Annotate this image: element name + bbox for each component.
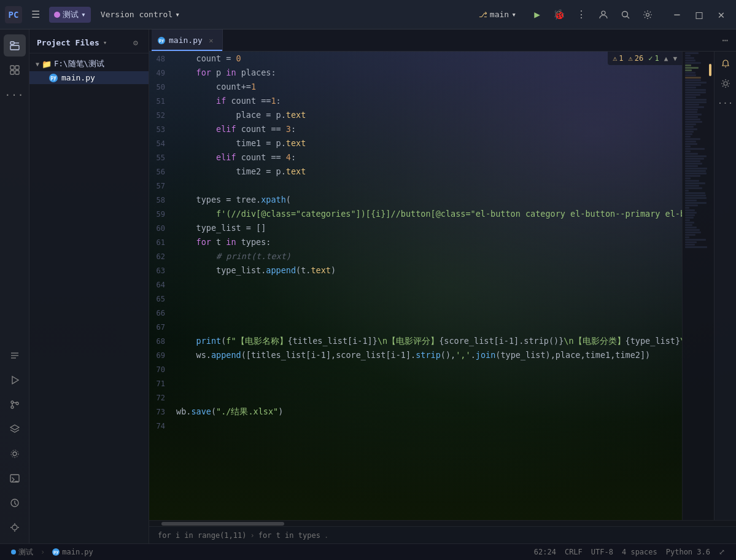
code-line: 48 count = 0: [149, 52, 682, 66]
sidebar-item-layers[interactable]: [4, 418, 26, 440]
line-content[interactable]: if count ==1:: [174, 94, 682, 107]
project-files-title[interactable]: Project Files ▾: [37, 38, 107, 47]
line-content[interactable]: types = tree.xpath(: [174, 193, 682, 206]
line-content[interactable]: [174, 278, 682, 291]
tab-python-icon: py: [158, 37, 165, 44]
line-content[interactable]: [174, 306, 682, 319]
settings-button[interactable]: [638, 5, 657, 25]
status-indent[interactable]: 4 spaces: [618, 546, 661, 558]
branch-selector[interactable]: ⎇ main ▾: [473, 7, 522, 21]
right-panel-sun[interactable]: [717, 75, 734, 92]
line-content[interactable]: count = 0: [174, 52, 682, 65]
status-position[interactable]: 62:24: [530, 546, 560, 558]
status-line-ending[interactable]: CRLF: [561, 546, 586, 558]
run-button[interactable]: ▶: [527, 5, 547, 25]
sidebar-item-stream[interactable]: [4, 443, 26, 465]
tab-main-py[interactable]: py main.py ✕: [152, 29, 223, 51]
folder-name: F:\随笔\测试: [54, 59, 104, 69]
file-panel: Project Files ▾ ⚙ ▼ 📁 F:\随笔\测试 py main.p…: [29, 29, 149, 543]
python-icon: py: [49, 74, 58, 82]
tab-more-button[interactable]: ⋯: [716, 32, 734, 49]
line-content[interactable]: [174, 179, 682, 192]
sidebar-item-more[interactable]: ···: [4, 84, 26, 106]
code-line: 59 f'(//div[@class="categories"])[{i}]//…: [149, 207, 682, 221]
hamburger-menu-button[interactable]: ☰: [27, 6, 44, 23]
sidebar-item-bookmarks[interactable]: [4, 516, 26, 539]
tab-close-button[interactable]: ✕: [206, 36, 216, 45]
status-expand[interactable]: ⤢: [715, 546, 729, 558]
status-language[interactable]: Python 3.6: [662, 546, 714, 558]
sidebar-item-todo[interactable]: [4, 344, 26, 367]
sidebar-item-project-files[interactable]: [4, 34, 26, 56]
line-content[interactable]: [174, 362, 682, 376]
search-button[interactable]: [616, 5, 635, 25]
line-number: 61: [149, 236, 174, 249]
line-content[interactable]: [174, 376, 682, 390]
horizontal-scrollbar[interactable]: [149, 520, 736, 526]
maximize-button[interactable]: □: [689, 5, 709, 25]
line-content[interactable]: [174, 292, 682, 305]
minimize-button[interactable]: −: [667, 5, 687, 25]
more-actions-button[interactable]: ⋮: [571, 5, 591, 25]
line-content[interactable]: time2 = p.text: [174, 165, 682, 178]
right-panel-notifications[interactable]: [717, 55, 734, 72]
line-content[interactable]: wb.save("./结果.xlsx"): [174, 405, 682, 418]
line-content[interactable]: f'(//div[@class="categories"])[{i}]//but…: [174, 207, 682, 220]
minimap[interactable]: // Generate minimap lines const minimap …: [682, 52, 714, 520]
profile-button[interactable]: [594, 5, 613, 25]
code-line: 66: [149, 306, 682, 320]
line-number: 74: [149, 419, 174, 433]
status-language-label: Python 3.6: [666, 548, 710, 556]
line-content[interactable]: time1 = p.text: [174, 136, 682, 150]
line-content[interactable]: [174, 320, 682, 333]
code-editor[interactable]: ⚠ 1 ⚠ 26 ✓ 1 ▲ ▼ 48 coun: [149, 52, 682, 520]
folder-item-root[interactable]: ▼ 📁 F:\随笔\测试: [29, 57, 149, 71]
sidebar-item-structure[interactable]: [4, 59, 26, 81]
code-line: 61 for t in types:: [149, 235, 682, 249]
file-item-main-py[interactable]: py main.py: [29, 71, 149, 84]
warning-icon: ⚠: [613, 54, 617, 63]
code-line: 57: [149, 179, 682, 193]
line-content[interactable]: type_list = []: [174, 221, 682, 235]
line-content[interactable]: [174, 391, 682, 404]
sidebar-item-terminal[interactable]: [4, 467, 26, 489]
status-dot-icon: [11, 550, 16, 554]
debug-button[interactable]: 🐞: [549, 5, 569, 25]
project-selector[interactable]: 测试 ▾: [49, 7, 91, 23]
line-number: 58: [149, 193, 174, 207]
sidebar-item-history[interactable]: [4, 492, 26, 514]
svg-rect-9: [10, 71, 14, 74]
warning-count: 1: [619, 54, 623, 63]
file-panel-settings-button[interactable]: ⚙: [129, 36, 142, 49]
svg-line-34: [727, 80, 729, 82]
line-content[interactable]: elif count == 4:: [174, 150, 682, 164]
line-content[interactable]: print(f"【电影名称】{titles_list[i-1]}\n【电影评分】…: [174, 334, 682, 348]
line-content[interactable]: place = p.text: [174, 108, 682, 122]
status-project[interactable]: 测试: [7, 546, 37, 559]
sidebar-item-run-debug[interactable]: [4, 369, 26, 391]
fold-button[interactable]: ▲: [664, 55, 668, 63]
line-content[interactable]: elif count == 3:: [174, 122, 682, 136]
expand-button[interactable]: ▼: [673, 55, 677, 63]
line-content[interactable]: ws.append([titles_list[i-1],score_list[i…: [174, 348, 682, 362]
sidebar-item-git[interactable]: [4, 394, 26, 416]
status-encoding[interactable]: UTF-8: [587, 546, 617, 558]
code-line: 70: [149, 362, 682, 376]
code-line: 64: [149, 278, 682, 292]
close-button[interactable]: ✕: [711, 5, 731, 25]
svg-rect-5: [10, 45, 19, 50]
line-content[interactable]: type_list.append(t.text): [174, 263, 682, 277]
line-content[interactable]: count+=1: [174, 80, 682, 93]
line-content[interactable]: for p in places:: [174, 66, 682, 79]
line-content[interactable]: [174, 419, 682, 432]
vcs-dropdown-icon: ▾: [175, 10, 180, 19]
status-filename[interactable]: py main.py: [48, 546, 97, 558]
line-content[interactable]: for t in types:: [174, 235, 682, 249]
scrollbar-thumb[interactable]: [161, 522, 284, 526]
code-line: 67: [149, 320, 682, 334]
svg-rect-4: [10, 42, 14, 44]
right-panel-more[interactable]: ···: [717, 95, 734, 112]
file-name-main-py: main.py: [61, 73, 95, 82]
line-content[interactable]: # print(t.text): [174, 249, 682, 263]
vcs-button[interactable]: Version control ▾: [96, 7, 185, 21]
